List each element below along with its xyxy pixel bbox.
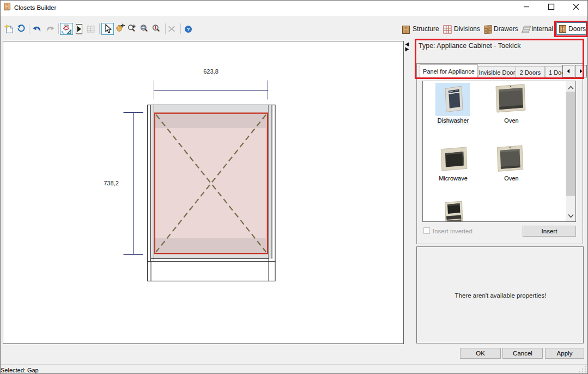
svg-text:623,8: 623,8 [203,68,219,75]
svg-text:738,2: 738,2 [104,180,119,186]
svg-text:?: ? [187,27,190,32]
